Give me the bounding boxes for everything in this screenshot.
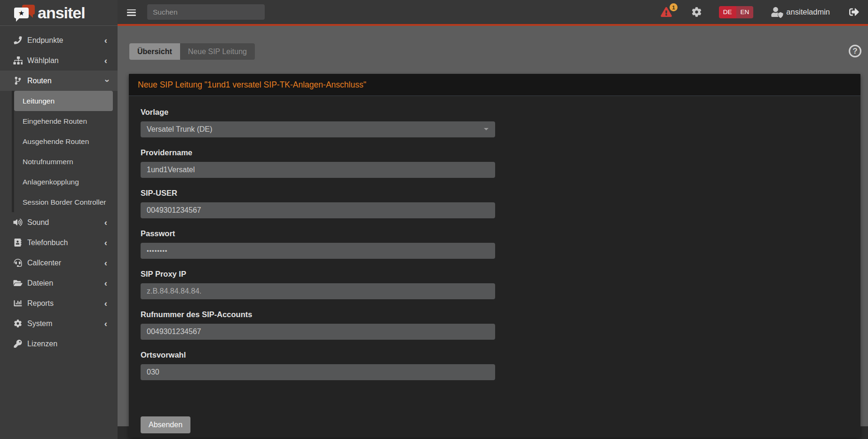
sitemap-icon [13,56,23,64]
logo-bubbles-icon: ★ [14,4,36,21]
sip-user-label: SIP-USER [141,188,849,198]
sidebar-subitem-notrufnummern[interactable]: Notrufnummern [14,152,118,172]
sidebar-item-callcenter[interactable]: Callcenter‹ [0,253,118,273]
sidebar-item-lizenzen[interactable]: Lizenzen [0,334,118,354]
volume-up-icon [13,218,23,226]
chevron-left-icon: ‹ [104,36,107,45]
folder-open-icon [13,279,23,287]
sidebar-item-routen[interactable]: Routen‹ [0,71,118,91]
panel-header: Neue SIP Leitung "1und1 versatel SIP-TK-… [129,74,860,96]
chevron-left-icon: ‹ [104,218,107,227]
alert-count-badge: 1 [670,3,678,11]
tab-bar: ÜbersichtNeue SIP Leitung [129,43,255,60]
vorlage-selected-value: Versatel Trunk (DE) [147,125,213,134]
sip-proxy-ip-input[interactable] [141,283,495,299]
sidebar-subitem-anlagenkopplung[interactable]: Anlagenkopplung [14,172,118,192]
sidebar-subitem-eingehende-routen[interactable]: Eingehende Routen [14,111,118,131]
panel-body: VorlageVersatel Trunk (DE) ProvidernameS… [129,96,860,438]
settings-button[interactable] [692,7,702,17]
sidebar-subitem-ausgehende-routen[interactable]: Ausgehende Routen [14,131,118,152]
gear-icon [692,7,702,17]
passwort-input[interactable] [141,243,495,259]
ortsvorwahl-input[interactable] [141,364,495,380]
sidebar-subitem-leitungen[interactable]: Leitungen [14,91,113,111]
sidebar-item-sound[interactable]: Sound‹ [0,212,118,232]
user-menu[interactable]: ansiteladmin [771,7,830,17]
ortsvorwahl-label: Ortsvorwahl [141,350,849,359]
sidebar-item-telefonbuch[interactable]: Telefonbuch‹ [0,232,118,253]
sidebar-item-label: Telefonbuch [27,239,68,247]
hamburger-menu-icon[interactable] [127,9,136,16]
sidebar-item-reports[interactable]: Reports‹ [0,293,118,313]
headset-icon [13,259,23,267]
chevron-left-icon: ‹ [104,319,107,328]
sidebar-subitem-session-border-controller[interactable]: Session Border Controller [14,192,118,212]
sidebar-submenu-routen: LeitungenEingehende RoutenAusgehende Rou… [12,91,118,212]
logo[interactable]: ★ ansitel [0,0,118,26]
vorlage-select[interactable]: Versatel Trunk (DE) [141,121,495,137]
user-shield-icon [771,7,782,17]
help-button[interactable]: ? [849,45,861,57]
logo-star-bubble-icon: ★ [14,8,29,18]
cogs-icon [13,319,23,327]
logout-button[interactable] [849,7,860,17]
sidebar-item-dateien[interactable]: Dateien‹ [0,273,118,293]
select-caret-icon [484,128,489,133]
chevron-left-icon: ‹ [104,279,107,287]
language-en-button[interactable]: EN [736,6,754,18]
sidebar-item-label: Routen [27,77,52,85]
code-branch-icon [13,77,23,85]
phone-icon [13,36,23,44]
chevron-left-icon: ‹ [104,258,107,267]
username-label: ansiteladmin [786,8,830,16]
providername-label: Providername [141,148,849,157]
language-switch: DE EN [719,6,754,18]
sip-user-input[interactable] [141,202,495,218]
sidebar-item-label: Wählplan [27,56,59,65]
sidebar-item-label: Dateien [27,279,53,287]
logo-text: ansitel [38,4,85,22]
language-de-button[interactable]: DE [719,6,736,18]
sidebar-item-label: Lizenzen [27,340,57,348]
sidebar-item-waehlplan[interactable]: Wählplan‹ [0,50,118,71]
sidebar-item-endpunkte[interactable]: Endpunkte‹ [0,30,118,50]
absenden-submit-button[interactable]: Absenden [141,416,190,433]
sidebar-item-system[interactable]: System‹ [0,313,118,334]
sidebar-item-label: Endpunkte [27,36,63,45]
topbar: 1 DE EN ansiteladmin [118,0,868,26]
sign-out-icon [849,7,860,17]
address-book-icon [13,239,23,247]
sidebar-item-label: Sound [27,218,49,227]
providername-input[interactable] [141,162,495,178]
sidebar-item-label: Callcenter [27,259,61,267]
chevron-left-icon: ‹ [104,238,107,247]
search-input[interactable] [147,4,265,20]
tab--bersicht[interactable]: Übersicht [129,43,180,60]
sip-proxy-ip-label: SIP Proxy IP [141,269,849,279]
key-icon [13,340,23,348]
app-root: ★ ansitel Endpunkte‹Wählplan‹Routen‹Leit… [0,0,868,439]
sidebar-item-label: System [27,319,52,328]
rufnummer-sip-account-label: Rufnummer des SIP-Accounts [141,310,849,319]
form-panel: Neue SIP Leitung "1und1 versatel SIP-TK-… [129,74,860,438]
content-area: ÜbersichtNeue SIP Leitung ? Neue SIP Lei… [118,26,868,426]
sidebar-menu: Endpunkte‹Wählplan‹Routen‹LeitungenEinge… [0,26,118,354]
alerts-button[interactable]: 1 [661,7,672,17]
chevron-left-icon: ‹ [104,56,107,65]
chevron-left-icon: ‹ [104,299,107,308]
main-column: 1 DE EN ansiteladmin [118,0,868,439]
topbar-right: 1 DE EN ansiteladmin [661,6,860,18]
sidebar-item-label: Reports [27,299,54,308]
chart-bar-icon [13,299,23,307]
sidebar: ★ ansitel Endpunkte‹Wählplan‹Routen‹Leit… [0,0,118,439]
passwort-label: Passwort [141,229,849,238]
chevron-down-icon: ‹ [101,79,110,82]
tab-neue-sip-leitung[interactable]: Neue SIP Leitung [180,43,255,60]
rufnummer-sip-account-input[interactable] [141,324,495,340]
vorlage-label: Vorlage [141,107,849,117]
panel-title: Neue SIP Leitung "1und1 versatel SIP-TK-… [138,80,366,90]
